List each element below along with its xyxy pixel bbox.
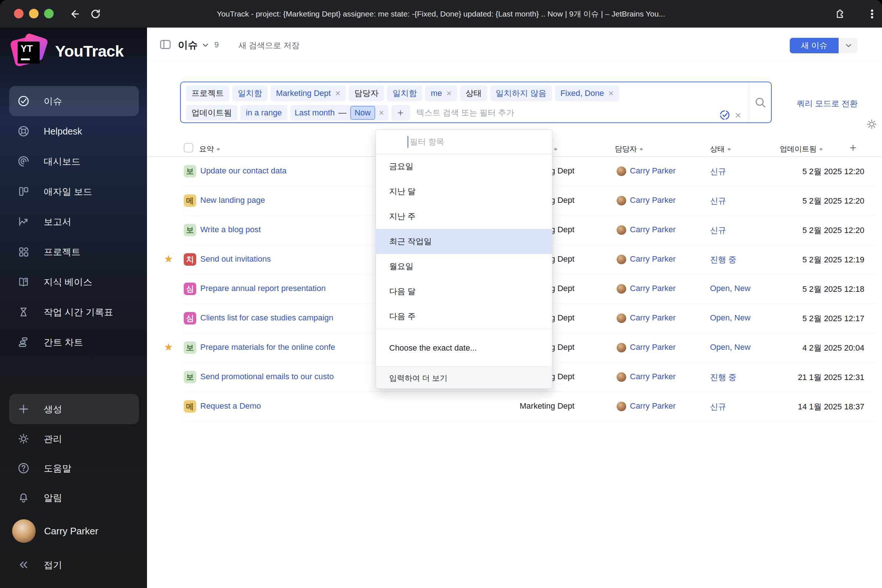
issue-title-link[interactable]: Request a Demo <box>200 401 261 411</box>
settings-gear-icon[interactable] <box>865 118 878 131</box>
assignee-link[interactable]: Carry Parker <box>630 401 676 411</box>
state-link[interactable]: 진행 중 <box>710 254 736 266</box>
sidebar-item-administration[interactable]: 관리 <box>9 424 139 453</box>
issue-title-link[interactable]: Write a blog post <box>200 225 261 234</box>
issue-title-link[interactable]: New landing page <box>200 195 265 205</box>
remove-filter-icon[interactable] <box>335 89 340 98</box>
collapse-sidebar-button[interactable]: 접기 <box>9 551 139 579</box>
issue-title-link[interactable]: Prepare materials for the online confe <box>200 342 335 352</box>
sidebar-item-gantt-charts[interactable]: 간트 차트 <box>9 327 139 357</box>
state-link[interactable]: 신규 <box>710 225 726 236</box>
sidebar-item-knowledge-base[interactable]: 지식 베이스 <box>9 267 139 297</box>
issue-title-link[interactable]: Send promotional emails to our custo <box>200 372 334 381</box>
sidebar-item-projects[interactable]: 프로젝트 <box>9 237 139 267</box>
filter-chip-value[interactable]: Marketing Dept <box>270 86 346 101</box>
dropdown-option-last-working-day[interactable]: 최근 작업일 <box>376 229 552 254</box>
sidebar-item-dashboards[interactable]: 대시보드 <box>9 146 139 176</box>
sidebar-item-help[interactable]: 도움말 <box>9 453 139 483</box>
dropdown-option-next-month[interactable]: 다음 달 <box>376 279 552 304</box>
sidebar-item-helpdesk[interactable]: Helpdesk <box>9 116 139 146</box>
filter-chip-operator[interactable]: 일치함 <box>387 86 422 101</box>
sort-icon[interactable] <box>639 145 644 153</box>
star-icon[interactable] <box>164 341 176 353</box>
select-all-checkbox[interactable] <box>184 143 193 153</box>
apply-check-circle-icon[interactable] <box>718 109 731 121</box>
assignee-link[interactable]: Carry Parker <box>630 225 676 234</box>
remove-filter-icon[interactable] <box>447 89 452 98</box>
star-icon[interactable] <box>164 253 176 265</box>
filter-chip-operator[interactable]: 일치하지 않음 <box>490 86 552 101</box>
user-profile[interactable]: Carry Parker <box>9 517 139 545</box>
refresh-icon[interactable] <box>89 8 102 21</box>
search-filter-box[interactable]: 프로젝트 일치함 Marketing Dept 담당자 일치함 me 상태 일치… <box>180 82 772 123</box>
dropdown-option-friday[interactable]: 금요일 <box>376 154 552 179</box>
search-icon[interactable] <box>753 96 767 110</box>
toggle-panel-icon[interactable] <box>159 38 172 51</box>
filter-chip-date-range[interactable]: Last month — Now <box>290 105 388 120</box>
minimize-window-button[interactable] <box>29 9 39 18</box>
filter-chip-value[interactable]: Fixed, Done <box>555 86 619 101</box>
sidebar-item-agile-boards[interactable]: 애자일 보드 <box>9 176 139 207</box>
filter-chip-value[interactable]: me <box>425 86 457 101</box>
filter-chip-operator[interactable]: 일치함 <box>232 86 267 101</box>
close-window-button[interactable] <box>14 9 24 18</box>
sidebar-item-reports[interactable]: 보고서 <box>9 207 139 237</box>
sort-icon[interactable] <box>727 145 731 153</box>
state-link[interactable]: 신규 <box>710 166 726 177</box>
remove-filter-icon[interactable] <box>609 89 614 98</box>
state-link[interactable]: 신규 <box>710 195 726 207</box>
header-assignee[interactable]: 담당자 <box>615 144 644 154</box>
state-link[interactable]: Open, New <box>710 313 750 322</box>
sidebar-item-notifications[interactable]: 알림 <box>9 483 139 512</box>
back-icon[interactable] <box>68 8 81 21</box>
zoom-window-button[interactable] <box>44 9 54 18</box>
header-state[interactable]: 상태 <box>710 144 731 154</box>
range-to-value-selected[interactable]: Now <box>350 106 375 120</box>
sidebar-item-timesheets[interactable]: 작업 시간 기록표 <box>9 297 139 327</box>
dropdown-option-monday[interactable]: 월요일 <box>376 254 552 279</box>
header-updated[interactable]: 업데이트됨 <box>780 144 823 154</box>
filter-chip-field[interactable]: 상태 <box>460 86 487 101</box>
state-link[interactable]: Open, New <box>710 284 750 293</box>
filter-chip-field[interactable]: 프로젝트 <box>186 86 230 101</box>
state-link[interactable]: 진행 중 <box>710 372 736 383</box>
filter-chip-field[interactable]: 담당자 <box>349 86 384 101</box>
filter-chip-operator[interactable]: in a range <box>240 105 287 120</box>
state-link[interactable]: 신규 <box>710 401 726 412</box>
page-title[interactable]: 이슈 <box>178 39 198 52</box>
sort-icon[interactable] <box>819 145 823 153</box>
filter-chip-field[interactable]: 업데이트됨 <box>186 105 237 120</box>
header-summary[interactable]: 요약 <box>199 144 220 154</box>
sort-icon[interactable] <box>554 145 558 153</box>
extensions-puzzle-icon[interactable] <box>834 8 845 20</box>
dropdown-option-next-week[interactable]: 다음 주 <box>376 304 552 329</box>
table-row[interactable]: 메 Request a Demo Marketing Dept Carry Pa… <box>147 392 882 421</box>
chevron-down-icon[interactable] <box>201 42 210 48</box>
search-input-placeholder[interactable]: 텍스트 검색 또는 필터 추가 <box>416 107 514 118</box>
dropdown-filter-input[interactable] <box>376 130 552 154</box>
assignee-link[interactable]: Carry Parker <box>630 284 676 293</box>
sort-icon[interactable] <box>216 145 220 153</box>
browser-menu-kebab-icon[interactable] <box>867 8 878 20</box>
range-from-value[interactable]: Last month <box>295 108 335 118</box>
assignee-link[interactable]: Carry Parker <box>630 313 676 322</box>
assignee-link[interactable]: Carry Parker <box>630 372 676 381</box>
assignee-link[interactable]: Carry Parker <box>630 195 676 205</box>
assignee-link[interactable]: Carry Parker <box>630 342 676 352</box>
choose-exact-date-option[interactable]: Choose the exact date... <box>376 329 552 366</box>
state-link[interactable]: Open, New <box>710 342 750 352</box>
save-search-button[interactable]: 새 검색으로 저장 <box>238 40 300 51</box>
issue-title-link[interactable]: Clients list for case studies campaign <box>200 313 333 322</box>
switch-to-query-mode-link[interactable]: 쿼리 모드로 전환 <box>790 98 858 109</box>
new-issue-button[interactable]: 새 이슈 <box>790 38 838 53</box>
issue-title-link[interactable]: Send out invitations <box>200 254 271 264</box>
issue-title-link[interactable]: Prepare annual report presentation <box>200 284 326 293</box>
issue-title-link[interactable]: Update our contact data <box>200 166 286 176</box>
add-filter-icon[interactable] <box>392 105 410 120</box>
assignee-link[interactable]: Carry Parker <box>630 166 676 176</box>
remove-filter-icon[interactable] <box>379 108 384 117</box>
dropdown-option-last-month[interactable]: 지난 달 <box>376 179 552 204</box>
create-button[interactable]: 생성 <box>9 394 139 424</box>
assignee-link[interactable]: Carry Parker <box>630 254 676 264</box>
youtrack-logo[interactable]: YT YouTrack <box>10 32 123 70</box>
